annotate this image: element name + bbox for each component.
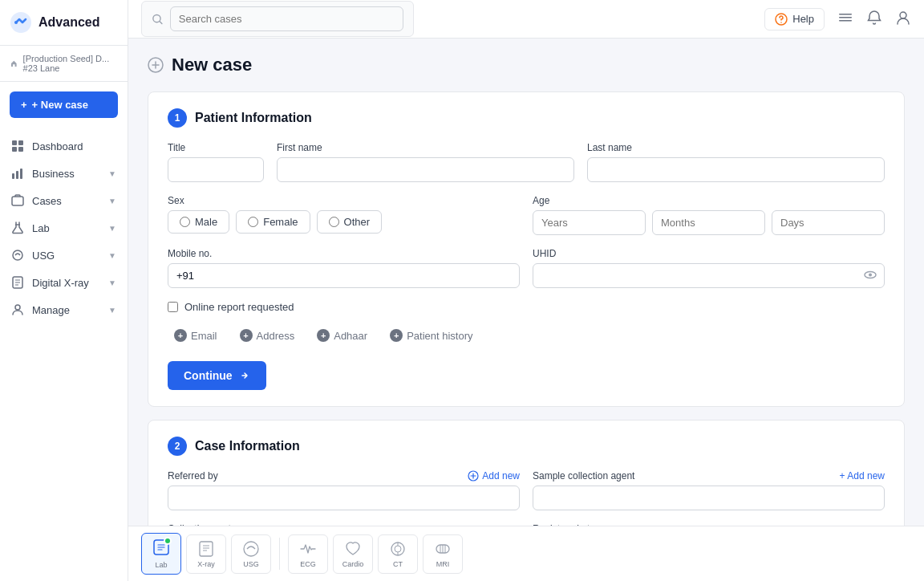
uhid-input-wrapper [533, 263, 885, 288]
referred-by-input[interactable] [168, 486, 520, 510]
sidebar-item-dashboard[interactable]: Dashboard [0, 132, 128, 160]
referred-by-label: Referred by [168, 470, 218, 481]
breadcrumb-area[interactable]: [Production Seed] D... #23 Lane [0, 46, 128, 82]
logo-area: Advanced [0, 0, 128, 46]
add-new-sample-button[interactable]: + Add new [840, 470, 885, 481]
add-address-button[interactable]: + Address [233, 326, 302, 345]
sidebar-item-digital-xray[interactable]: Digital X-ray ▼ [0, 269, 128, 296]
svg-rect-22 [839, 17, 852, 18]
page-title: New case [172, 55, 252, 75]
topbar: Help [128, 0, 924, 39]
age-years-input[interactable] [533, 210, 646, 235]
sidebar-item-manage[interactable]: Manage ▼ [0, 296, 128, 323]
sex-radio-female[interactable] [248, 217, 258, 227]
breadcrumb-icon [10, 58, 18, 69]
notification-icon-area[interactable] [866, 10, 882, 28]
lastname-input[interactable] [587, 157, 885, 182]
toolbar-divider-1 [279, 538, 280, 570]
manage-icon [11, 303, 24, 316]
app-name: Advanced [38, 15, 99, 30]
sex-radio-male[interactable] [180, 217, 190, 227]
add-new-sample-label: + Add new [840, 470, 885, 481]
svg-rect-6 [12, 173, 14, 179]
bottom-toolbar: Lab X-ray USG ECG [128, 526, 924, 581]
menu-icon [837, 10, 853, 26]
svg-rect-21 [839, 14, 852, 15]
sex-other-label: Other [344, 216, 371, 228]
usg-icon [11, 249, 24, 262]
online-report-label[interactable]: Online report requested [184, 301, 294, 313]
svg-point-38 [244, 542, 258, 556]
svg-point-1 [14, 21, 18, 24]
eye-icon[interactable] [864, 268, 877, 283]
toolbar-ecg-item[interactable]: ECG [288, 534, 328, 574]
title-label: Title [168, 142, 264, 153]
toolbar-xray-item[interactable]: X-ray [186, 534, 226, 574]
title-input[interactable] [168, 157, 264, 182]
toolbar-cardio-item[interactable]: Cardio [333, 534, 373, 574]
lab-active-dot [164, 537, 172, 545]
online-report-checkbox[interactable] [168, 302, 178, 312]
age-months-input[interactable] [652, 210, 765, 235]
case-section-number: 2 [168, 437, 187, 456]
toolbar-usg-item[interactable]: USG [231, 534, 271, 574]
toolbar-cardio-label: Cardio [342, 560, 364, 568]
mobile-input[interactable] [168, 263, 520, 288]
referred-by-group: Referred by Add new [168, 470, 520, 510]
svg-point-40 [395, 546, 401, 552]
user-icon [895, 10, 911, 26]
topbar-right: Help [764, 8, 911, 30]
add-adhaar-button[interactable]: + Adhaar [310, 326, 374, 345]
main-area: Help [128, 0, 924, 581]
continue-label: Continue [184, 369, 233, 382]
sample-agent-input[interactable] [533, 486, 885, 510]
sidebar-business-label: Business [32, 168, 75, 180]
sidebar-cases-label: Cases [32, 195, 62, 207]
add-case-icon[interactable] [148, 57, 164, 73]
toolbar-lab-item[interactable]: Lab [141, 533, 181, 575]
sidebar-item-usg[interactable]: USG ▼ [0, 242, 128, 269]
add-patient-history-button[interactable]: + Patient history [383, 326, 479, 345]
sidebar-item-cases[interactable]: Cases ▼ [0, 187, 128, 214]
patient-section-header: 1 Patient Information [168, 108, 885, 128]
sex-option-female[interactable]: Female [236, 210, 310, 234]
toolbar-usg-icon [242, 540, 260, 558]
firstname-input[interactable] [277, 157, 574, 182]
uhid-group: UHID [533, 248, 885, 288]
svg-rect-8 [20, 169, 22, 179]
add-new-referred-button[interactable]: Add new [468, 470, 520, 481]
svg-point-0 [10, 12, 31, 33]
app-logo [10, 11, 32, 34]
sidebar-dashboard-label: Dashboard [32, 140, 83, 152]
age-label: Age [533, 195, 885, 206]
help-button[interactable]: Help [764, 8, 825, 30]
mobile-group: Mobile no. [168, 248, 520, 288]
toolbar-ct-item[interactable]: CT [378, 534, 418, 574]
sidebar-manage-label: Manage [32, 304, 70, 316]
svg-point-29 [869, 273, 872, 276]
sex-option-other[interactable]: Other [317, 210, 383, 234]
online-report-row: Online report requested [168, 301, 885, 313]
patient-section-number: 1 [168, 108, 187, 128]
mobile-uhid-row: Mobile no. UHID [168, 248, 885, 288]
search-box[interactable] [141, 1, 414, 37]
toolbar-mri-item[interactable]: MRI [423, 534, 463, 574]
patient-info-section: 1 Patient Information Title First name L… [148, 91, 905, 407]
sidebar-item-business[interactable]: Business ▼ [0, 160, 128, 187]
sidebar-item-lab[interactable]: Lab ▼ [0, 214, 128, 242]
new-case-sidebar-button[interactable]: + + New case [10, 91, 118, 118]
user-icon-area[interactable] [895, 10, 911, 28]
sex-option-male[interactable]: Male [168, 210, 229, 234]
sidebar: Advanced [Production Seed] D... #23 Lane… [0, 0, 128, 581]
uhid-input[interactable] [533, 263, 885, 288]
menu-icon-area[interactable] [837, 10, 853, 28]
search-input[interactable] [170, 6, 403, 31]
svg-rect-34 [200, 542, 213, 556]
sex-radio-other[interactable] [329, 217, 339, 227]
add-info-row: + Email + Address + Adhaar + Patient his… [168, 326, 885, 345]
firstname-label: First name [277, 142, 574, 153]
sidebar-xray-label: Digital X-ray [32, 277, 89, 289]
add-email-button[interactable]: + Email [168, 326, 224, 345]
age-days-input[interactable] [772, 210, 885, 235]
continue-button[interactable]: Continue [168, 361, 266, 390]
